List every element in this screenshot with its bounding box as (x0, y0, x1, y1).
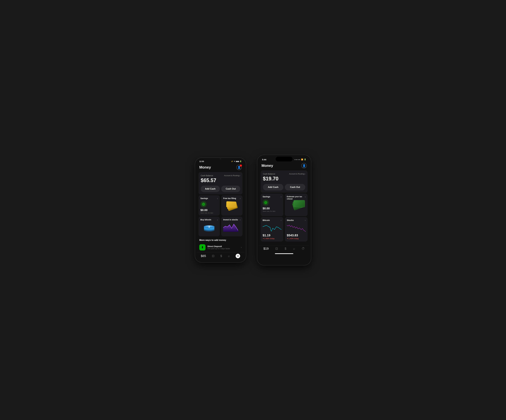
android-stocks-label: Invest in stocks (223, 218, 238, 221)
ios-savings-title: Savings › (263, 196, 281, 198)
ios-bitcoin-label: Bitcoin (263, 219, 270, 221)
ios-nav-search[interactable]: ⌕ (293, 247, 295, 250)
svg-line-9 (202, 205, 203, 205)
ios-stocks-title: Stocks › (287, 219, 306, 221)
ios-home-bar (275, 253, 293, 254)
svg-line-25 (265, 203, 265, 204)
android-direct-deposit-title: Direct Deposit (207, 245, 239, 248)
android-bitcoin-chevron: › (217, 218, 218, 221)
ios-bottom-nav: $19 ⊡ $ ⌕ ⏱ (259, 245, 310, 253)
ios-battery-icon: 🔋 (304, 158, 306, 160)
ios-savings-card[interactable]: Savings › (261, 194, 283, 216)
ios-bitcoin-change-text: 2.48% today (264, 237, 274, 240)
android-avatar[interactable]: 👤 1 (236, 165, 242, 170)
ios-add-cash-button[interactable]: Add Cash (263, 184, 283, 190)
android-cash-out-button[interactable]: Cash Out (221, 186, 240, 192)
android-balance-label: Cash Balance (201, 174, 213, 177)
android-balance-card: Cash Balance Account & Routing $65.57 Ad… (199, 172, 243, 194)
android-bitcoin-label: Buy bitcoin (200, 218, 211, 221)
green-bill-3 (293, 200, 305, 207)
android-savings-icon (200, 201, 207, 207)
android-balance-header: Cash Balance Account & Routing (201, 174, 240, 177)
ios-stocks-chevron: › (305, 219, 306, 221)
android-search-icon: ⌕ (228, 254, 230, 258)
android-nav-balance-label: $65 (201, 254, 206, 258)
android-savings-chevron: › (217, 197, 218, 200)
ios-savings-sub: Save now, for later (263, 210, 281, 212)
ios-grid-row-1: Savings › (261, 194, 307, 216)
android-home-icon: ⊡ (212, 254, 214, 258)
ios-cash-out-button[interactable]: Cash Out (285, 184, 305, 190)
android-stocks-chevron: › (240, 218, 240, 221)
ios-app-content: Money 👤 Cash Balance Account & Routing $… (259, 161, 310, 254)
ios-stocks-card[interactable]: Stocks › $543.83 1.43% today (285, 217, 307, 242)
android-page-title: Money (199, 165, 211, 170)
android-stocks-title: Invest in stocks › (223, 218, 240, 221)
ios-nav-history[interactable]: ⏱ (302, 247, 305, 250)
android-routing-link[interactable]: Account & Routing (224, 174, 240, 177)
android-nav-home[interactable]: ⊡ (212, 254, 214, 258)
android-status-bar: 12:55 ⚡ ▼ ▮▮▮▮ 🔋 (196, 159, 245, 163)
ios-savings-chevron: › (281, 196, 281, 198)
ios-estimate-card[interactable]: Estimate your tax refund › (285, 194, 307, 216)
ios-bitcoin-card[interactable]: Bitcoin › $1.19 2.48% today (261, 217, 283, 242)
ios-history-icon: ⏱ (302, 247, 305, 250)
android-phone: 12:55 ⚡ ▼ ▮▮▮▮ 🔋 Money 👤 1 (195, 158, 246, 262)
android-balance-amount: $65.57 (201, 177, 240, 183)
ios-nav-dollar[interactable]: $ (285, 247, 286, 250)
android-nav-balance[interactable]: $65 (201, 254, 206, 258)
android-add-cash-button[interactable]: Add Cash (201, 186, 220, 192)
ios-signal-icon: ● ● ● ● (295, 159, 300, 160)
android-more-ways-title: More ways to add money (196, 237, 245, 243)
ios-grid-row-2: Bitcoin › $1.19 2.48% today (261, 217, 307, 242)
ios-bitcoin-title: Bitcoin › (263, 219, 281, 221)
ios-balance-label: Cash Balance (263, 173, 275, 175)
android-bitcoin-visual: ₿ (200, 222, 218, 232)
ios-savings-icon (263, 199, 269, 206)
ios-estimate-title: Estimate your tax refund › (287, 196, 306, 200)
ios-status-icons: ● ● ● ● 📶 🔋 (295, 158, 306, 160)
ios-bitcoin-price: $1.19 (263, 234, 281, 237)
android-tax-visual (223, 201, 240, 210)
android-nav-dollar[interactable]: $ (220, 254, 222, 258)
android-savings-title: Savings › (200, 197, 218, 200)
ios-nav-balance[interactable]: $19 (263, 247, 269, 250)
android-nav-search[interactable]: ⌕ (228, 254, 230, 258)
android-status-icons: ⚡ ▼ ▮▮▮▮ 🔋 (231, 160, 242, 162)
ios-nav-home[interactable]: ⊡ (275, 247, 278, 250)
ios-green-bills (287, 200, 306, 210)
android-savings-card[interactable]: Savings › (199, 195, 220, 216)
android-direct-deposit-item[interactable]: ⬇ Direct Deposit Get paid up to 2 days f… (196, 243, 245, 252)
scene: 12:55 ⚡ ▼ ▮▮▮▮ 🔋 Money 👤 1 (195, 155, 311, 265)
android-tax-card[interactable]: Free tax filing › (221, 195, 243, 216)
android-nav-notifications[interactable]: 11 (236, 254, 240, 258)
ios-dynamic-island (276, 157, 293, 161)
svg-line-7 (204, 205, 205, 205)
android-action-buttons: Add Cash Cash Out (201, 186, 240, 192)
ios-screen: 5:44 ● ● ● ● 📶 🔋 Money 👤 (259, 156, 310, 264)
svg-line-8 (204, 203, 205, 203)
android-stocks-visual (223, 222, 240, 232)
android-direct-deposit-text: Direct Deposit Get paid up to 2 days fas… (207, 245, 239, 250)
ios-routing-link[interactable]: Account & Routing (289, 173, 305, 175)
ios-nav-balance-label: $19 (263, 247, 269, 250)
signal-icon: ▮▮▮▮ (236, 160, 239, 162)
android-tax-chevron: › (240, 197, 240, 200)
ios-stocks-change: 1.43% today (287, 237, 306, 240)
ios-avatar-icon: 👤 (302, 164, 306, 167)
svg-point-1 (203, 204, 204, 205)
android-savings-label: Savings (200, 197, 208, 199)
ios-avatar[interactable]: 👤 (301, 163, 307, 168)
ios-estimate-chevron: › (305, 196, 306, 198)
android-tax-title: Free tax filing › (223, 197, 240, 200)
android-savings-amount: $0.00 (200, 209, 218, 212)
android-stocks-card[interactable]: Invest in stocks › (221, 217, 243, 236)
ios-dollar-icon: $ (285, 247, 286, 250)
ios-phone: 5:44 ● ● ● ● 📶 🔋 Money 👤 (257, 155, 311, 265)
android-direct-deposit-icon: ⬇ (199, 244, 206, 250)
ios-savings-sun-icon (264, 201, 268, 204)
android-dollar-icon: $ (220, 254, 222, 258)
wifi-icon: ▼ (234, 160, 235, 162)
android-bitcoin-card[interactable]: Buy bitcoin › (199, 217, 220, 236)
battery-icon: 🔋 (240, 160, 242, 162)
